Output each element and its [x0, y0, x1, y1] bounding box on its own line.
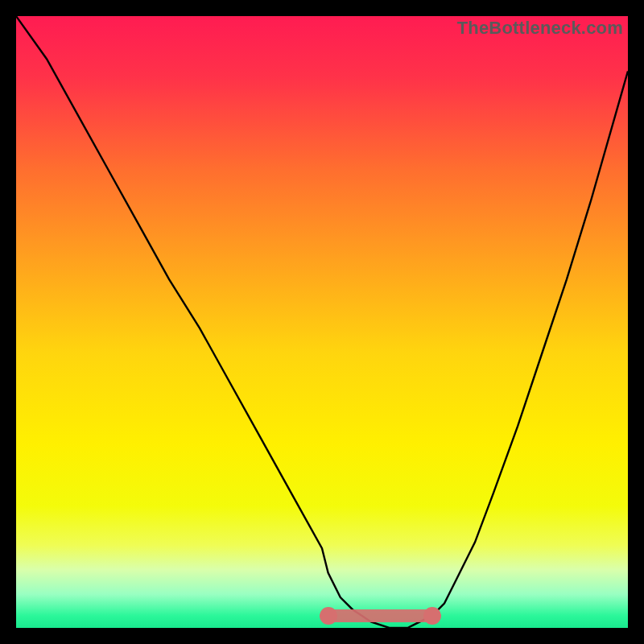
plot-area: TheBottleneck.com [16, 16, 628, 628]
chart-frame: TheBottleneck.com [0, 0, 644, 644]
watermark-text: TheBottleneck.com [457, 18, 623, 39]
bottleneck-curve [16, 16, 628, 628]
